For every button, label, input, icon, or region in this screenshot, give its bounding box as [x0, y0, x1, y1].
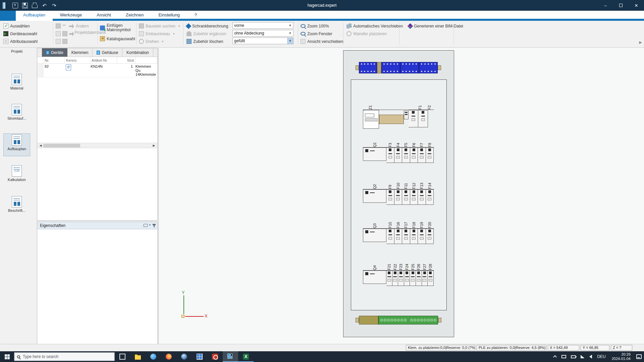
breaker-f13[interactable] — [418, 189, 426, 205]
taskbar-firefox-icon[interactable] — [161, 351, 176, 362]
breaker-f7[interactable] — [418, 147, 426, 163]
tab-aufbauplan[interactable]: Aufbauplan — [16, 11, 53, 21]
zubehoer-loeschen-button[interactable]: Zubehör löschen — [186, 38, 229, 45]
table-row[interactable]: 92 0 KN14N 1 Klemmen Qu14Klemmste — [37, 64, 157, 77]
paste-icon[interactable] — [56, 23, 61, 28]
row-selector[interactable] — [37, 64, 43, 77]
zubehoer-ergaenzen-button[interactable]: Zubehör ergänzen — [186, 30, 229, 38]
abdeckung-dropdown[interactable]: ohne Abdeckung▼ — [232, 30, 293, 37]
main-breaker-q4[interactable] — [363, 270, 386, 284]
project-database-icon[interactable] — [69, 31, 74, 36]
taskbar-file-explorer-icon[interactable] — [130, 351, 146, 362]
meter-device[interactable] — [363, 110, 379, 129]
breaker-f8[interactable] — [426, 147, 434, 163]
dock-tab-ger-te[interactable]: Geräte — [42, 48, 67, 57]
breaker-f10[interactable] — [394, 189, 402, 205]
taskbar-excel-icon[interactable] — [238, 351, 254, 362]
select-frame-icon[interactable] — [56, 31, 61, 36]
device-row-q4[interactable]: Q4F21F22F23F24F25F26F27F28 — [363, 258, 434, 286]
device-row-q2[interactable]: Q2F9F10F11F12F13F14 — [363, 177, 434, 205]
language-indicator[interactable]: DEU — [594, 354, 608, 359]
attributauswahl-button[interactable]: Attributauswahl — [3, 38, 50, 45]
bim-button[interactable]: Generieren einer BIM-Datei — [408, 22, 468, 30]
sidebar-item-kalkulation[interactable]: 0,00Kalkulation — [3, 165, 30, 187]
geraeteauswahl-button[interactable]: Geräteauswahl — [3, 30, 50, 38]
tool-icon-1[interactable] — [56, 39, 61, 44]
breaker-f16[interactable] — [394, 229, 402, 244]
breaker-f2[interactable] — [418, 110, 428, 127]
sidebar-item-beschrift-[interactable]: Beschrift... — [3, 195, 30, 218]
maximize-button[interactable] — [613, 0, 629, 11]
taskbar-browser-icon[interactable] — [146, 351, 161, 362]
pin-icon[interactable] — [154, 224, 155, 227]
dock-tab-klemmen[interactable]: Klemmen — [67, 48, 93, 57]
drawing-canvas[interactable]: Z1F1F2Q1F3F4F5F6F7F8Q2F9F10F11F12F13F14Q… — [159, 48, 644, 344]
sidebar-item-aufbauplan[interactable]: Aufbauplan — [3, 133, 30, 156]
tray-pc-icon[interactable] — [559, 351, 569, 362]
breaker-f1[interactable] — [409, 110, 418, 127]
breaker-f11[interactable] — [402, 189, 410, 205]
change-icon[interactable] — [69, 23, 74, 28]
ansicht-verschieben-button[interactable]: Ansicht verschieben — [301, 38, 341, 45]
device-row-q3[interactable]: Q3F15F16F17F18F19F20 — [363, 216, 434, 244]
tab-einstellung[interactable]: Einstellung — [151, 11, 187, 21]
tab-zeichnen[interactable]: Zeichnen — [118, 11, 151, 21]
breaker-f17[interactable] — [402, 229, 410, 244]
breaker-f4[interactable] — [394, 147, 402, 163]
dock-tab-kombination[interactable]: Kombination — [122, 48, 153, 57]
drehen-button[interactable]: Drehen▼ — [139, 38, 181, 45]
breaker-f14[interactable] — [426, 189, 434, 205]
sidebar-item-stromlauf-[interactable]: Stromlauf... — [3, 103, 30, 126]
einfuegen-makrosymbol-button[interactable]: EinfügenMakrosymbol — [100, 22, 135, 34]
device-row-z1[interactable]: Z1F1F2 — [363, 98, 434, 129]
wandler-platzieren-button[interactable]: Wandler platzieren — [346, 30, 397, 38]
scroll-right-arrow[interactable]: ▶ — [151, 143, 157, 148]
breaker-f12[interactable] — [410, 189, 418, 205]
breaker-f3[interactable] — [386, 147, 394, 163]
hidden-icons-chevron[interactable] — [552, 351, 559, 362]
tray-battery-icon[interactable] — [569, 351, 578, 362]
ribbon-overflow-arrow[interactable]: ▶ — [639, 40, 642, 45]
kennz-spinner[interactable]: 0 — [66, 64, 71, 70]
sidebar-item-projekt[interactable]: Projekt — [3, 49, 30, 71]
top-terminal-strip[interactable] — [356, 61, 442, 75]
breaker-f5[interactable] — [402, 147, 410, 163]
projektdatenbank-button[interactable]: Projektdatenbank — [74, 22, 97, 38]
breaker-f20[interactable] — [426, 229, 434, 244]
file-menu-button[interactable] — [0, 11, 16, 21]
breaker-f6[interactable] — [410, 147, 418, 163]
tray-volume-icon[interactable] — [587, 351, 594, 362]
dock-window-icon[interactable] — [144, 224, 148, 227]
device-row-q1[interactable]: Q1F3F4F5F6F7F8 — [363, 135, 434, 163]
main-breaker-q2[interactable] — [363, 189, 386, 203]
breaker-f18[interactable] — [410, 229, 418, 244]
taskbar-grid-app-icon[interactable] — [192, 351, 207, 362]
tab-ansicht[interactable]: Ansicht — [89, 11, 118, 21]
auswaehlen-button[interactable]: Auswählen — [3, 22, 50, 30]
automatisches-verschieben-button[interactable]: Automatisches Verschieben — [346, 22, 397, 30]
main-breaker-q1[interactable] — [363, 147, 386, 161]
tool-icon-2[interactable] — [62, 39, 67, 44]
taskbar-red-app-icon[interactable] — [207, 351, 223, 362]
taskbar-blue-app-icon[interactable] — [176, 351, 192, 362]
tab--[interactable]: ? — [187, 11, 204, 21]
cut-icon[interactable] — [62, 23, 67, 28]
breaker-f25[interactable] — [410, 270, 416, 286]
zoom-fenster-button[interactable]: Zoom Fenster — [301, 30, 341, 38]
bottom-terminal-strip[interactable] — [356, 313, 442, 327]
ansicht-dropdown[interactable]: vorne▼ — [232, 22, 293, 29]
start-button[interactable] — [0, 351, 14, 362]
horizontal-scrollbar[interactable]: ◀ ▶ — [37, 143, 157, 148]
schrankberechnung-button[interactable]: Schrankberechnung — [186, 22, 229, 30]
breaker-f15[interactable] — [386, 229, 394, 244]
dock-tab-geh-use[interactable]: Gehäuse — [93, 48, 122, 57]
einbauniveau-button[interactable]: Einbauniveau▼ — [139, 30, 181, 38]
breaker-f21[interactable] — [386, 270, 392, 286]
breaker-f23[interactable] — [398, 270, 404, 286]
scrollbar-thumb[interactable] — [43, 144, 80, 147]
breaker-f19[interactable] — [418, 229, 426, 244]
cabinet-drawing[interactable]: Z1F1F2Q1F3F4F5F6F7F8Q2F9F10F11F12F13F14Q… — [343, 50, 454, 337]
taskbar-hagercad-icon[interactable] — [223, 351, 238, 362]
breaker-f26[interactable] — [416, 270, 422, 286]
zoom-100-button[interactable]: Zoom 100% — [301, 22, 341, 30]
